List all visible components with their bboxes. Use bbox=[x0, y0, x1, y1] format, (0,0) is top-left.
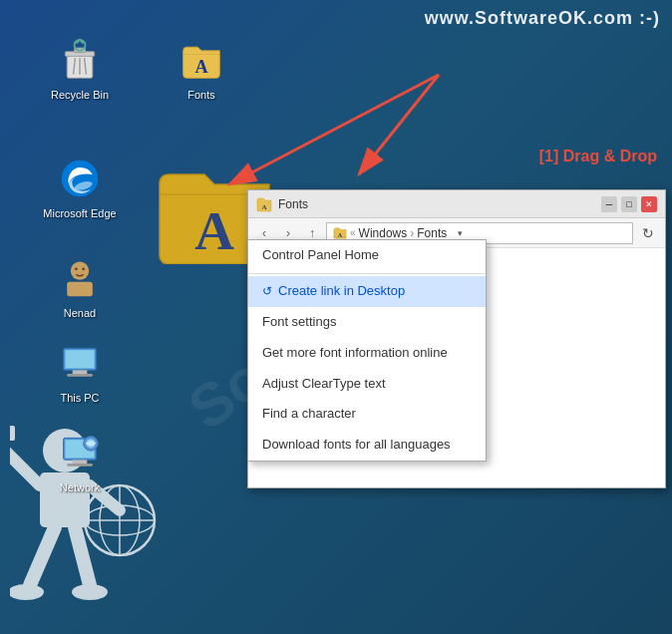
svg-text:A: A bbox=[338, 231, 343, 237]
svg-point-10 bbox=[71, 262, 89, 280]
fonts-folder-label: Fonts bbox=[187, 88, 215, 102]
maximize-button[interactable]: □ bbox=[621, 196, 637, 212]
address-dropdown[interactable]: ▾ bbox=[450, 228, 470, 238]
address-folder-icon: A bbox=[333, 226, 347, 240]
desktop-icon-edge[interactable]: Microsoft Edge bbox=[40, 155, 120, 220]
nenad-label: Nenad bbox=[64, 306, 96, 320]
desktop: www.SoftwareOK.com :-) SoftwareOK Recycl… bbox=[0, 0, 672, 634]
context-menu-item-more-info[interactable]: Get more font information online bbox=[248, 338, 486, 369]
context-menu-item-cleartype[interactable]: Adjust ClearType text bbox=[248, 369, 486, 400]
svg-point-38 bbox=[72, 584, 108, 600]
svg-rect-17 bbox=[67, 374, 93, 377]
address-windows: Windows bbox=[359, 226, 408, 240]
svg-rect-11 bbox=[67, 282, 93, 297]
svg-point-37 bbox=[10, 584, 44, 600]
context-menu-item-download-fonts[interactable]: Download fonts for all languages bbox=[248, 430, 486, 461]
svg-rect-20 bbox=[73, 460, 88, 464]
desktop-icon-network[interactable]: Network bbox=[40, 429, 120, 494]
explorer-title: Fonts bbox=[278, 197, 601, 211]
address-fonts: Fonts bbox=[417, 226, 447, 240]
address-arrow: › bbox=[410, 226, 414, 240]
context-menu-item-font-settings[interactable]: Font settings bbox=[248, 307, 486, 338]
recycle-bin-icon bbox=[56, 36, 104, 84]
watermark-text: www.SoftwareOK.com :-) bbox=[425, 8, 660, 29]
svg-rect-15 bbox=[65, 350, 94, 368]
context-menu-item-create-link[interactable]: Create link in Desktop bbox=[248, 276, 486, 307]
svg-line-35 bbox=[30, 527, 55, 585]
svg-point-13 bbox=[82, 267, 85, 270]
svg-text:A: A bbox=[261, 203, 266, 211]
network-label: Network bbox=[60, 480, 100, 494]
minimize-button[interactable]: ─ bbox=[601, 196, 617, 212]
address-separator: « bbox=[350, 227, 356, 238]
svg-text:A: A bbox=[194, 57, 208, 77]
titlebar-folder-icon: A bbox=[256, 196, 272, 212]
this-pc-label: This PC bbox=[60, 391, 99, 405]
context-menu-item-control-panel[interactable]: Control Panel Home bbox=[248, 240, 486, 271]
titlebar-buttons: ─ □ ✕ bbox=[601, 196, 657, 212]
edge-icon bbox=[56, 155, 104, 202]
desktop-icon-this-pc[interactable]: This PC bbox=[40, 339, 120, 405]
svg-line-26 bbox=[359, 75, 439, 174]
svg-rect-33 bbox=[10, 426, 15, 441]
drag-drop-label: [1] Drag & Drop bbox=[539, 148, 657, 165]
svg-text:A: A bbox=[194, 200, 234, 261]
this-pc-icon bbox=[56, 339, 104, 387]
refresh-button[interactable]: ↻ bbox=[637, 222, 659, 244]
edge-label: Microsoft Edge bbox=[43, 206, 116, 220]
desktop-icon-fonts[interactable]: A Fonts bbox=[162, 36, 241, 102]
context-separator bbox=[248, 273, 486, 274]
nenad-icon bbox=[56, 254, 104, 302]
explorer-titlebar: A Fonts ─ □ ✕ bbox=[248, 190, 665, 218]
fonts-folder-icon: A bbox=[177, 36, 225, 84]
context-menu: Control Panel Home Create link in Deskto… bbox=[247, 239, 487, 462]
close-button[interactable]: ✕ bbox=[641, 196, 657, 212]
svg-point-12 bbox=[75, 267, 78, 270]
svg-line-32 bbox=[10, 446, 40, 485]
desktop-icon-recycle-bin[interactable]: Recycle Bin bbox=[40, 36, 120, 102]
recycle-bin-label: Recycle Bin bbox=[51, 88, 109, 102]
svg-rect-21 bbox=[67, 464, 93, 467]
network-icon bbox=[56, 429, 104, 476]
desktop-icon-nenad[interactable]: Nenad bbox=[40, 254, 120, 320]
svg-rect-16 bbox=[73, 370, 88, 374]
context-menu-item-find-char[interactable]: Find a character bbox=[248, 399, 486, 430]
